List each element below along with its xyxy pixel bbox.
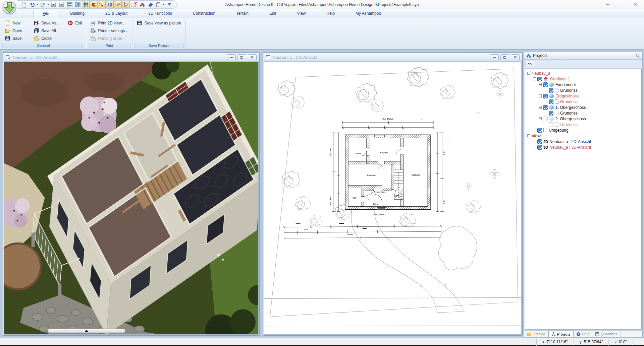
save-as-button[interactable]: Save As... — [32, 20, 61, 26]
roof-tool-button[interactable] — [138, 1, 146, 8]
close-button[interactable] — [629, 0, 643, 9]
visibility-checkbox[interactable] — [537, 128, 542, 133]
qat-customize-button[interactable] — [167, 2, 172, 8]
expander-icon[interactable] — [539, 83, 542, 86]
visibility-checkbox[interactable] — [543, 117, 548, 121]
tree-item-1-obergeschoss[interactable]: 1. Obergeschoss — [526, 105, 641, 110]
new-document-button[interactable] — [20, 1, 28, 8]
crosshair-button[interactable] — [114, 1, 122, 8]
open-button[interactable]: Open... — [3, 27, 27, 34]
blossom-tree — [80, 96, 117, 133]
project-tree[interactable]: Neubau_aGebäude 1FundamentGrundrissErdge… — [525, 69, 642, 330]
viewport-3d[interactable] — [4, 62, 259, 335]
snap-magnet-button[interactable] — [90, 1, 98, 8]
tree-item-neubau-a-2d-ansicht-2d[interactable]: 2DNeubau_a : 2D-Ansicht — [526, 139, 641, 144]
copy-pages-dropdown-icon[interactable] — [163, 4, 165, 5]
tab-edit[interactable]: Edit — [261, 10, 285, 18]
expander-icon[interactable] — [533, 77, 536, 80]
tree-item-neubau-a[interactable]: Neubau_a — [526, 70, 641, 76]
restore-button[interactable] — [614, 0, 629, 9]
tree-item-erdgeschoss[interactable]: Erdgeschoss — [526, 93, 641, 99]
panel-tab-catalog[interactable]: Catalog — [524, 331, 548, 337]
tab-construction[interactable]: Construction — [184, 10, 224, 18]
tree-item-views[interactable]: Views — [526, 133, 641, 139]
expander-icon[interactable] — [527, 134, 530, 137]
tree-item-grundriss[interactable]: Grundriss — [526, 87, 641, 93]
label-tool-button[interactable]: abl — [526, 61, 534, 67]
visibility-checkbox[interactable] — [543, 82, 548, 87]
eraser-button[interactable] — [146, 1, 154, 8]
tree-item-umgebung[interactable]: Umgebung — [526, 127, 641, 133]
tree-item-2-obergeschoss[interactable]: 2. Obergeschoss — [526, 116, 641, 122]
copy-pages-button[interactable] — [154, 1, 162, 8]
tree-item-neubau-a-3d-ansicht-3d[interactable]: 3DNeubau_a : 3D-Ansicht — [526, 144, 641, 150]
save-view-as-picture-button[interactable]: Save view as picture — [135, 20, 182, 26]
visibility-checkbox[interactable] — [537, 77, 542, 81]
expander-icon[interactable] — [539, 106, 542, 109]
view-rotation-slider[interactable] — [48, 329, 125, 333]
tab-file[interactable]: File — [34, 10, 58, 18]
restore-button[interactable] — [237, 54, 246, 60]
visibility-checkbox[interactable] — [549, 88, 553, 93]
visibility-checkbox[interactable] — [543, 94, 548, 98]
undo-dropdown-icon[interactable] — [37, 4, 39, 5]
tree-item-grundriss[interactable]: Grundriss — [526, 110, 641, 116]
redo-button[interactable] — [39, 1, 47, 8]
close-window-button[interactable] — [130, 1, 138, 8]
print-2d-view-button[interactable]: Print 2D view... — [89, 20, 129, 26]
tab-building[interactable]: Building — [61, 10, 93, 18]
split-vertical-button[interactable] — [74, 1, 82, 8]
panel-tab-quantities[interactable]: Quantities — [592, 331, 621, 337]
tab-terrain[interactable]: Terrain — [227, 10, 257, 18]
tab-3d-functions[interactable]: 3D Functions — [140, 10, 181, 18]
restore-button[interactable] — [500, 54, 509, 60]
save-button[interactable]: Save — [3, 35, 27, 42]
view-3d-button[interactable]: 3D — [58, 1, 65, 8]
viewport-2d[interactable]: ××× ××× — [264, 62, 522, 335]
select-arrow-button[interactable] — [122, 1, 130, 8]
close-button[interactable] — [248, 54, 257, 60]
close-button[interactable]: Close — [32, 35, 61, 42]
tree-item-fundament[interactable]: Fundament — [526, 82, 641, 87]
tree-item-grundriss[interactable]: Grundriss — [526, 99, 641, 105]
tab-help[interactable]: Help — [318, 10, 343, 18]
redo-dropdown-icon[interactable] — [47, 4, 49, 5]
panel-tab-projects[interactable]: Projects — [548, 331, 574, 337]
visibility-checkbox[interactable] — [549, 99, 553, 104]
tab-2d-layout[interactable]: 2D & Layout — [97, 10, 136, 18]
printer-settings-button[interactable]: Printer settings... — [89, 27, 129, 34]
window-3d-titlebar[interactable]: Neubau_a : 3D-Ansicht — [4, 53, 259, 62]
exit-button[interactable]: Exit — [66, 20, 83, 26]
visibility-checkbox[interactable] — [537, 139, 542, 144]
tab-view[interactable]: View — [288, 10, 315, 18]
snap-magnet-icon — [91, 2, 97, 8]
window-2d-titlebar[interactable]: Neubau_a : 2D-Ansicht — [264, 53, 522, 62]
button-label: Close — [41, 36, 52, 41]
visibility-checkbox[interactable] — [537, 145, 542, 150]
panel-tab-help[interactable]: ?Help — [574, 331, 593, 337]
snap-cursor-button[interactable] — [98, 1, 106, 8]
visibility-checkbox[interactable] — [549, 122, 553, 127]
exit-icon — [67, 20, 73, 26]
undo-button[interactable] — [28, 1, 36, 8]
visibility-checkbox[interactable] — [543, 105, 548, 110]
app-button[interactable] — [3, 1, 16, 14]
expander-icon[interactable] — [539, 94, 542, 97]
visibility-checkbox[interactable] — [549, 111, 553, 116]
split-horizontal-button[interactable] — [66, 1, 73, 8]
minimize-button[interactable] — [227, 54, 236, 60]
save-all-button[interactable]: Save All — [32, 27, 61, 34]
tree-item-grundriss[interactable]: Grundriss — [526, 122, 641, 127]
minimize-button[interactable] — [600, 0, 614, 9]
expander-icon[interactable] — [539, 117, 542, 120]
view-2d-button[interactable]: 2D — [50, 1, 57, 8]
expander-icon[interactable] — [527, 72, 530, 75]
wall-guides-button[interactable] — [106, 1, 114, 8]
magnifier-icon[interactable] — [636, 53, 640, 58]
minimize-button[interactable] — [490, 54, 499, 60]
grid-button[interactable] — [82, 1, 90, 8]
new-button[interactable]: New — [3, 20, 27, 26]
close-button[interactable] — [511, 54, 520, 60]
tree-item-geb-ude-1[interactable]: Gebäude 1 — [526, 76, 641, 82]
tab-my-ashampoo[interactable]: My Ashampoo — [347, 10, 390, 18]
